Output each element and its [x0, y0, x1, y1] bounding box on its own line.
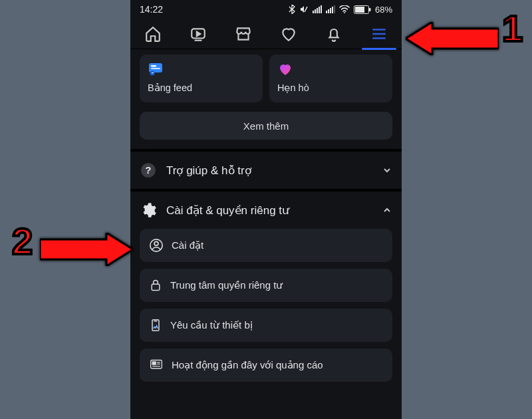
see-more-label: Xem thêm: [243, 120, 289, 132]
annotation-label-2: 2: [12, 219, 33, 263]
svg-rect-4: [321, 5, 322, 13]
tab-home[interactable]: [133, 19, 173, 49]
svg-rect-13: [369, 8, 371, 11]
menu-item-privacy-center-label: Trung tâm quyền riêng tư: [170, 279, 283, 291]
person-gear-icon: [149, 238, 164, 253]
tab-marketplace[interactable]: [223, 19, 263, 49]
svg-rect-5: [326, 11, 327, 13]
watch-icon: [190, 25, 207, 43]
menu-item-device-requests-label: Yêu cầu từ thiết bị: [170, 319, 253, 331]
svg-text:?: ?: [145, 164, 151, 176]
section-help-row[interactable]: ? Trợ giúp & hỗ trợ: [140, 152, 392, 189]
chevron-down-icon: [382, 165, 392, 176]
tab-dating[interactable]: [269, 19, 309, 49]
status-time: 14:22: [140, 4, 163, 15]
tab-notifications[interactable]: [314, 19, 354, 49]
svg-rect-26: [152, 362, 156, 364]
help-icon: ?: [140, 162, 157, 179]
section-settings-privacy: Cài đặt & quyền riêng tư Cài đặt Trung t…: [130, 192, 402, 382]
menu-item-settings[interactable]: Cài đặt: [140, 229, 392, 262]
svg-rect-23: [152, 284, 160, 290]
signal2-icon: [326, 5, 335, 13]
wifi-icon: [339, 5, 350, 13]
menu-item-device-requests[interactable]: Yêu cầu từ thiết bị: [140, 309, 392, 342]
svg-point-22: [154, 241, 158, 245]
shortcut-feed[interactable]: Bảng feed: [140, 55, 263, 102]
annotation-label-1: 1: [502, 7, 523, 50]
mute-icon: [299, 5, 309, 14]
see-more-button[interactable]: Xem thêm: [140, 112, 392, 140]
chevron-up-icon: [382, 205, 392, 215]
shortcut-dating[interactable]: Hẹn hò: [269, 55, 392, 102]
svg-rect-17: [151, 68, 160, 69]
svg-rect-7: [330, 8, 331, 13]
svg-rect-3: [319, 7, 320, 13]
gear-icon: [140, 202, 157, 219]
menu-icon: [370, 25, 388, 43]
store-icon: [235, 25, 252, 43]
tab-menu[interactable]: [359, 19, 399, 49]
annotation-arrow-1: [406, 22, 499, 55]
section-help: ? Trợ giúp & hỗ trợ: [130, 152, 402, 189]
signal-icon: [313, 5, 322, 13]
feed-icon: [148, 61, 164, 77]
bell-icon: [325, 25, 342, 43]
heart-icon: [280, 25, 297, 43]
svg-rect-12: [355, 7, 364, 13]
top-tab-bar: [130, 19, 402, 49]
section-settings-privacy-row[interactable]: Cài đặt & quyền riêng tư: [140, 192, 392, 229]
battery-icon: [354, 5, 371, 14]
menu-item-ad-activity-label: Hoạt động gần đây với quảng cáo: [172, 359, 323, 371]
dating-heart-icon: [277, 61, 293, 77]
section-settings-privacy-label: Cài đặt & quyền riêng tư: [166, 204, 289, 217]
annotation-arrow-2: [40, 233, 133, 266]
shortcut-dating-label: Hẹn hò: [277, 82, 384, 93]
bluetooth-icon: [289, 5, 295, 14]
ad-activity-icon: [149, 358, 164, 372]
menu-item-privacy-center[interactable]: Trung tâm quyền riêng tư: [140, 269, 392, 302]
menu-item-ad-activity[interactable]: Hoạt động gần đây với quảng cáo: [140, 349, 392, 382]
status-bar: 14:22 68%: [130, 0, 402, 19]
svg-rect-1: [315, 9, 316, 13]
lock-icon: [149, 278, 162, 293]
battery-pct: 68%: [375, 5, 392, 15]
svg-rect-0: [313, 11, 314, 13]
device-icon: [149, 318, 162, 333]
svg-rect-16: [151, 65, 156, 67]
home-icon: [144, 25, 162, 43]
svg-rect-6: [328, 9, 329, 13]
shortcut-feed-label: Bảng feed: [148, 82, 255, 93]
svg-rect-8: [332, 7, 333, 13]
section-help-label: Trợ giúp & hỗ trợ: [166, 164, 251, 178]
menu-item-settings-label: Cài đặt: [172, 239, 203, 251]
shortcut-grid: Bảng feed Hẹn hò: [130, 49, 402, 102]
svg-rect-2: [317, 8, 318, 13]
phone-frame: 14:22 68%: [130, 0, 402, 419]
tab-watch[interactable]: [178, 19, 218, 49]
status-indicators: 68%: [289, 5, 392, 15]
svg-point-10: [344, 12, 345, 13]
svg-rect-9: [334, 5, 335, 13]
